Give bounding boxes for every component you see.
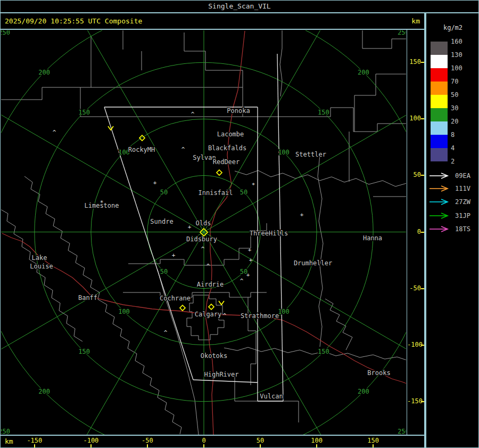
down-arrow-marker [219,301,224,305]
bottom-axis-tick [203,444,204,448]
city-label-drumheller: Drumheller [294,259,332,267]
radar-arrow-icon [428,198,453,206]
city-label-ponoka: Ponoka [227,107,250,115]
status-bar: 2025/09/20 10:25:55 UTC Composite km [1,13,424,30]
city-label-highriver: HighRiver [204,371,238,378]
plus-marker: + [153,180,157,186]
bottom-axis-tick-label: 0 [191,437,217,444]
bottom-axis-tick-label: -50 [135,437,160,444]
ring-distance-label: 200 [358,388,369,395]
right-axis-unit-label: km [411,17,420,25]
caret-marker: ^ [223,312,227,319]
radar-map[interactable]: 5050505010010010010015015015015020020020… [1,30,407,435]
city-label-reddeer: RedDeer [213,158,240,166]
caret-marker: ^ [53,129,56,136]
radar-id-label: 09EA [455,172,470,180]
right-distance-axis: 150100500-50-100-150 [407,30,424,435]
city-label-rockymh: RockyMH [128,146,155,153]
bottom-axis-tick [90,444,92,448]
ring-distance-label: 150 [78,109,90,116]
ring-distance-label: 50 [240,189,247,196]
city-label-banff: Banff [78,294,97,302]
bottom-axis-tick-label: -100 [78,437,104,444]
city-label-sundre: Sundre [150,218,173,225]
bottom-axis-tick [373,444,374,448]
city-label-brooks: Brooks [367,369,390,377]
right-axis-tick-label: -100 [407,341,421,348]
plus-marker: + [188,224,192,231]
radar-arrow-icon [428,185,453,192]
radar-id-label: 18TS [455,225,470,233]
radar-site-diamond-marker [217,170,222,175]
right-axis-tick-label: 150 [407,58,421,66]
radar-arrow-icon [428,225,453,233]
city-label-olds: Olds [196,219,211,227]
plus-marker: + [246,272,250,279]
ring-distance-label: 250 [398,428,407,435]
city-label-hanna: Hanna [363,234,382,242]
ring-distance-label: 150 [318,109,329,116]
plus-marker: + [249,257,253,264]
bottom-axis-unit-label: km [5,437,13,445]
bottom-distance-axis: km -150-100-50050100150 [1,435,424,448]
radar-arrow-icon [428,212,453,219]
ring-distance-label: 250 [1,428,10,435]
bottom-axis-tick [260,444,261,448]
caret-marker: ^ [207,263,210,270]
city-label-vulcan: Vulcan [260,393,283,400]
caret-marker: ^ [201,246,205,252]
ring-distance-label: 250 [1,30,10,36]
city-label-airdrie: Airdrie [197,281,224,288]
city-label-okotoks: Okotoks [201,352,228,360]
ring-distance-label: 250 [398,30,407,36]
city-label-didsbury: Didsbury [186,235,217,243]
radar-id-label: 27ZW [455,198,470,206]
city-label-threehills: ThreeHills [250,230,288,237]
bottom-axis-tick [147,444,148,448]
city-label-calgary: Calgary [195,311,222,318]
ring-distance-label: 100 [118,308,130,315]
radar-id-label: 111V [455,185,470,192]
ring-distance-label: 100 [278,308,290,315]
right-axis-tick-label: 0 [407,228,421,235]
radar-map-canvas[interactable]: 5050505010010010010015015015015020020020… [1,30,407,435]
ring-distance-label: 150 [78,348,90,355]
bottom-axis-tick-label: 100 [304,437,329,444]
bottom-axis-tick [34,444,35,448]
ring-distance-label: 200 [38,388,50,395]
scan-timestamp: 2025/09/20 10:25:55 UTC Composite [5,17,142,25]
radar-viewer-window: Single_Scan_VIL 2025/09/20 10:25:55 UTC … [0,0,479,448]
city-label-stettler: Stettler [295,151,326,158]
city-label-strathmore: Strathmore [241,312,279,320]
window-title: Single_Scan_VIL [208,2,270,10]
caret-marker: ^ [181,146,185,153]
bottom-axis-tick [316,444,317,448]
city-label-innisfail: Innisfail [198,189,233,197]
caret-marker: ^ [191,111,195,118]
city-label-lacombe: Lacombe [217,131,244,138]
radar-site-legend: 09EA111V27ZW31JP18TS [426,13,479,448]
caret-marker: ^ [164,329,168,336]
plus-marker: + [172,252,176,259]
bottom-axis-tick-label: 50 [247,437,273,444]
title-bar: Single_Scan_VIL [1,1,478,13]
city-label-cochrane: Cochrane [160,295,191,302]
city-label-lake: Lake [32,254,47,262]
ring-distance-label: 100 [278,149,290,156]
bottom-axis-tick-label: 150 [360,437,386,444]
caret-marker: ^ [240,278,244,284]
star-marker: * [100,199,104,206]
right-axis-tick-label: -150 [407,397,421,405]
star-marker: * [252,182,255,189]
bottom-axis-tick-label: -150 [22,437,47,444]
city-label-louise: Louise [30,263,53,270]
radar-site-diamond-marker [180,305,185,311]
ring-distance-label: 50 [160,189,168,196]
radar-id-label: 31JP [455,212,470,219]
right-axis-tick-label: 100 [407,115,421,122]
ring-distance-label: 200 [358,69,369,76]
right-axis-tick-label: -50 [407,284,421,292]
right-axis-tick-label: 50 [407,171,421,178]
radar-site-diamond-marker [209,304,214,309]
ring-distance-label: 200 [38,69,50,76]
